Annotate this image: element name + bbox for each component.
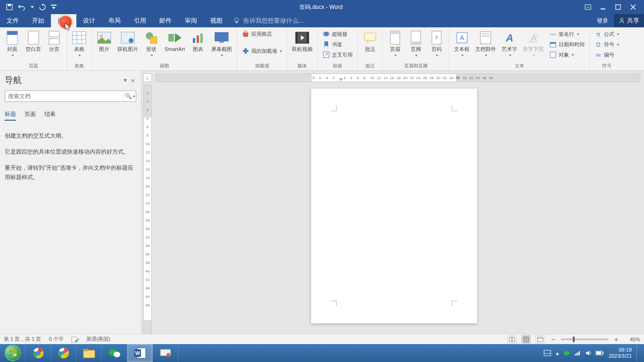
taskbar-app-word[interactable]: W: [127, 344, 153, 362]
symbol-button[interactable]: Ω符号▾: [594, 40, 620, 49]
chart-button[interactable]: 图表: [188, 28, 208, 52]
word-art-button[interactable]: A艺术字▾: [499, 28, 520, 58]
store-button[interactable]: 应用商店: [241, 29, 283, 39]
vertical-ruler[interactable]: 2424681012141618202224262830323436384042…: [143, 85, 152, 344]
screenshot-button[interactable]: 屏幕截图▾: [208, 28, 235, 58]
start-button[interactable]: [0, 344, 25, 362]
print-layout-button[interactable]: [521, 335, 531, 344]
tab-insert[interactable]: 插入: [51, 14, 76, 27]
signature-button[interactable]: 签名行▾: [548, 29, 586, 39]
horizontal-ruler[interactable]: 8642246810121416182022242628303234363842…: [156, 74, 640, 82]
tab-home[interactable]: 开始: [25, 14, 51, 27]
tray-battery-icon[interactable]: [595, 351, 604, 355]
status-language[interactable]: 英语(美国): [86, 336, 110, 343]
taskbar-app-browser1[interactable]: [25, 344, 51, 362]
undo-icon[interactable]: [18, 3, 25, 11]
online-video-button[interactable]: 联机视频: [289, 28, 315, 52]
document-area[interactable]: L 86422468101214161820222426283032343638…: [141, 71, 644, 344]
hyperlink-button[interactable]: 超链接: [322, 29, 354, 39]
bookmark-button[interactable]: 书签: [322, 40, 354, 49]
zoom-level[interactable]: 45%: [624, 337, 640, 342]
svg-rect-92: [579, 351, 580, 355]
svg-rect-28: [200, 33, 203, 43]
number-button[interactable]: №编号: [594, 50, 620, 59]
tab-layout[interactable]: 布局: [102, 14, 127, 27]
page-break-button[interactable]: 分页: [44, 28, 65, 52]
tray-ime-icon[interactable]: [544, 350, 551, 356]
taskbar-app-chrome[interactable]: [51, 344, 76, 362]
smartart-button[interactable]: SmartArt: [162, 28, 188, 52]
comment-button[interactable]: 批注: [360, 28, 380, 52]
ribbon-options-icon[interactable]: [584, 3, 592, 11]
picture-button[interactable]: 图片: [94, 28, 115, 52]
zoom-slider[interactable]: [561, 338, 608, 340]
tray-overflow-icon[interactable]: ▲: [555, 351, 560, 356]
qat-customize-icon[interactable]: [51, 3, 58, 11]
svg-rect-2: [51, 5, 57, 6]
svg-text:Ω: Ω: [596, 41, 601, 48]
cover-page-button[interactable]: 封面▾: [2, 28, 23, 58]
tab-references[interactable]: 引用: [127, 14, 153, 27]
object-button[interactable]: 对象▾: [548, 50, 586, 59]
maximize-icon[interactable]: [614, 3, 622, 11]
text-box-button[interactable]: A文本框▾: [451, 28, 472, 58]
tray-wechat-icon[interactable]: [563, 350, 570, 356]
status-page-info[interactable]: 第 1 页，共 1 页: [4, 336, 41, 343]
document-page[interactable]: [311, 89, 477, 323]
spell-check-icon[interactable]: [71, 336, 79, 343]
footer-button[interactable]: 页脚▾: [405, 28, 426, 58]
nav-tab-results[interactable]: 结果: [44, 110, 56, 121]
drop-cap-button[interactable]: A首字下沉▾: [520, 28, 546, 58]
minimize-icon[interactable]: [599, 3, 607, 11]
my-addins-button[interactable]: 我的加载项▾: [241, 46, 283, 56]
redo-icon[interactable]: [39, 3, 46, 11]
share-button[interactable]: 共享: [614, 14, 644, 27]
nav-close-icon[interactable]: ×: [129, 76, 136, 84]
tray-volume-icon[interactable]: [585, 350, 592, 356]
nav-search-input[interactable]: [5, 91, 124, 101]
undo-dropdown-icon[interactable]: [30, 3, 34, 11]
header-button[interactable]: 页眉▾: [385, 28, 405, 58]
tray-clock[interactable]: 09:18 2023/3/21: [609, 347, 632, 359]
taskbar-app-wechat[interactable]: [102, 344, 127, 362]
shapes-button[interactable]: 形状▾: [141, 28, 162, 58]
read-mode-button[interactable]: [507, 335, 517, 344]
nav-tab-pages[interactable]: 页面: [25, 110, 36, 121]
blank-page-button[interactable]: 空白页: [23, 28, 44, 52]
zoom-slider-thumb[interactable]: [573, 337, 575, 342]
quick-parts-button[interactable]: 文档部件▾: [472, 28, 499, 58]
equation-button[interactable]: π公式▾: [594, 29, 620, 39]
tell-me-search[interactable]: 告诉我您想要做什么...: [229, 14, 304, 27]
login-button[interactable]: 登录: [591, 17, 614, 25]
tab-file[interactable]: 文件: [0, 14, 25, 27]
ruler-tick: 10: [144, 142, 151, 146]
ruler-tab-selector[interactable]: L: [143, 74, 152, 82]
status-word-count[interactable]: 0 个字: [49, 336, 63, 343]
nav-search-button[interactable]: 🔍▾: [124, 91, 136, 101]
zoom-in-button[interactable]: +: [613, 336, 619, 343]
save-icon[interactable]: [6, 3, 13, 11]
online-picture-button[interactable]: 联机图片: [115, 28, 141, 52]
zoom-out-button[interactable]: −: [550, 336, 556, 343]
cross-reference-button[interactable]: 交叉引用: [322, 50, 354, 59]
web-layout-button[interactable]: [536, 335, 545, 344]
page-number-button[interactable]: #页码▾: [426, 28, 447, 58]
close-icon[interactable]: [629, 3, 637, 11]
tab-review[interactable]: 审阅: [178, 14, 204, 27]
taskbar-app-recorder[interactable]: [153, 344, 178, 362]
svg-text:W: W: [135, 350, 140, 356]
symbol-icon: Ω: [594, 41, 602, 48]
taskbar-app-explorer[interactable]: [76, 344, 102, 362]
video-icon: [295, 30, 310, 45]
tab-design[interactable]: 设计: [76, 14, 102, 27]
table-button[interactable]: 表格▾: [69, 28, 90, 58]
tab-mailings[interactable]: 邮件: [153, 14, 178, 27]
margin-marker-tl: [331, 106, 337, 111]
nav-tab-headings[interactable]: 标题: [5, 110, 16, 121]
tray-wifi-icon[interactable]: [574, 350, 581, 356]
nav-dropdown-icon[interactable]: ▼: [121, 77, 129, 83]
tab-view[interactable]: 视图: [204, 14, 229, 27]
windows-logo-icon: [5, 345, 21, 361]
date-time-button[interactable]: 日期和时间: [548, 40, 586, 49]
show-desktop-button[interactable]: [636, 345, 640, 362]
